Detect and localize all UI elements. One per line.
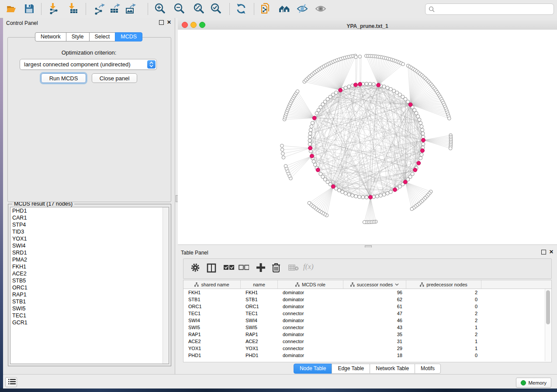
duplicate-network-button[interactable] xyxy=(259,2,272,15)
show-columns-button[interactable] xyxy=(206,263,217,275)
select-all-button[interactable] xyxy=(224,265,234,272)
graph-edge[interactable] xyxy=(405,182,431,192)
graph-node[interactable] xyxy=(347,85,351,88)
graph-satellite-node[interactable] xyxy=(281,152,285,155)
mcds-result-item[interactable]: PMA2 xyxy=(10,256,169,263)
graph-node[interactable] xyxy=(422,142,425,146)
cell-mcds-role[interactable]: connector xyxy=(278,324,343,331)
graph-hub-node[interactable] xyxy=(377,83,381,87)
unselect-all-button[interactable] xyxy=(239,265,249,272)
graph-edge[interactable] xyxy=(356,57,357,85)
mcds-result-item[interactable]: PHD1 xyxy=(10,207,169,214)
table-scrollbar-thumb[interactable] xyxy=(546,290,550,324)
tab-select[interactable]: Select xyxy=(89,32,116,41)
tab-mcds[interactable]: MCDS xyxy=(115,32,142,41)
graph-edge[interactable] xyxy=(423,137,451,140)
tab-style[interactable]: Style xyxy=(66,32,90,41)
graph-node[interactable] xyxy=(386,86,389,89)
graph-node[interactable] xyxy=(308,139,311,142)
cell-name[interactable]: PHD1 xyxy=(241,352,278,359)
graph-node[interactable] xyxy=(415,111,418,115)
graph-node[interactable] xyxy=(386,192,389,195)
cell-predecessor-nodes[interactable]: 1 xyxy=(406,324,481,331)
cell-shared-name[interactable]: RAP1 xyxy=(183,331,241,338)
open-file-button[interactable] xyxy=(5,2,18,15)
table-row[interactable]: TEC1TEC1connector472 xyxy=(183,310,551,317)
zoom-out-button[interactable] xyxy=(173,2,186,15)
graph-node[interactable] xyxy=(344,192,347,195)
cell-mcds-role[interactable]: connector xyxy=(278,338,343,345)
mcds-result-item[interactable]: ACE2 xyxy=(10,270,169,277)
mcds-result-item[interactable]: STB5 xyxy=(10,277,169,284)
graph-node[interactable] xyxy=(344,86,347,89)
graph-node[interactable] xyxy=(368,82,372,86)
graph-hub-node[interactable] xyxy=(421,138,425,142)
graph-node[interactable] xyxy=(308,135,311,139)
mcds-result-item[interactable]: TEC1 xyxy=(10,312,169,319)
delete-column-button[interactable] xyxy=(272,263,280,274)
table-row[interactable]: SWI5SWI5connector431 xyxy=(183,324,551,331)
cell-successor-nodes[interactable]: 61 xyxy=(343,303,406,310)
column-header-shared-name[interactable]: shared name xyxy=(183,280,241,289)
graph-node[interactable] xyxy=(351,194,354,197)
search-input[interactable] xyxy=(436,5,554,14)
cell-name[interactable]: RAP1 xyxy=(241,331,278,338)
graph-hub-node[interactable] xyxy=(339,88,343,92)
graph-edge[interactable] xyxy=(282,146,310,148)
cell-mcds-role[interactable]: dominator xyxy=(278,296,343,303)
mcds-result-item[interactable]: SRD1 xyxy=(10,249,169,256)
cell-mcds-role[interactable]: dominator xyxy=(278,289,343,296)
mcds-result-item[interactable]: GCR1 xyxy=(10,319,169,326)
export-network-button[interactable] xyxy=(93,2,106,15)
graph-satellite-node[interactable] xyxy=(308,201,311,205)
cell-successor-nodes[interactable]: 62 xyxy=(343,296,406,303)
table-row[interactable]: FKH1FKH1dominator962 xyxy=(183,289,551,296)
tab-edge-table[interactable]: Edge Table xyxy=(332,364,370,374)
graph-hub-node[interactable] xyxy=(310,154,314,158)
graph-edge[interactable] xyxy=(314,186,333,207)
graph-hub-node[interactable] xyxy=(403,180,407,184)
cell-name[interactable]: ORC1 xyxy=(241,303,278,310)
graph-satellite-node[interactable] xyxy=(282,156,285,159)
cell-successor-nodes[interactable]: 31 xyxy=(343,338,406,345)
graph-satellite-node[interactable] xyxy=(363,220,366,224)
cell-successor-nodes[interactable]: 43 xyxy=(343,324,406,331)
cell-predecessor-nodes[interactable]: 2 xyxy=(406,331,481,338)
graph-edge[interactable] xyxy=(370,197,376,222)
column-header-name[interactable]: name xyxy=(241,280,278,289)
mcds-result-item[interactable]: ORC1 xyxy=(10,284,169,291)
graph-node[interactable] xyxy=(421,128,424,132)
graph-satellite-node[interactable] xyxy=(448,117,451,120)
graph-edge[interactable] xyxy=(298,91,315,118)
cell-name[interactable]: TEC1 xyxy=(241,310,278,317)
graph-edge[interactable] xyxy=(340,57,347,90)
column-header-successor-nodes[interactable]: successor nodes xyxy=(343,280,406,289)
graph-node[interactable] xyxy=(309,128,312,132)
graph-edge[interactable] xyxy=(374,56,379,85)
graph-node[interactable] xyxy=(361,196,365,199)
mcds-result-item[interactable]: STP4 xyxy=(10,221,169,228)
graph-hub-node[interactable] xyxy=(393,188,397,192)
graph-node[interactable] xyxy=(308,132,312,135)
graph-node[interactable] xyxy=(341,190,344,194)
cell-predecessor-nodes[interactable]: 2 xyxy=(406,317,481,324)
cell-successor-nodes[interactable]: 96 xyxy=(343,289,406,296)
graph-edge[interactable] xyxy=(372,56,378,85)
cell-shared-name[interactable]: STB1 xyxy=(183,296,241,303)
cell-name[interactable]: YOX1 xyxy=(241,345,278,352)
graph-node[interactable] xyxy=(334,91,338,94)
cell-predecessor-nodes[interactable]: 0 xyxy=(406,352,481,359)
graph-node[interactable] xyxy=(365,196,368,199)
graph-edge[interactable] xyxy=(356,57,356,85)
mcds-result-item[interactable]: YOX1 xyxy=(10,235,169,242)
graph-edge[interactable] xyxy=(284,118,315,119)
graph-edge[interactable] xyxy=(361,57,361,84)
graph-hub-node[interactable] xyxy=(358,82,362,86)
add-column-button[interactable] xyxy=(256,263,266,274)
table-row[interactable]: PHD1PHD1dominator180 xyxy=(183,352,551,359)
cell-shared-name[interactable]: TEC1 xyxy=(183,310,241,317)
export-table-button[interactable] xyxy=(108,2,121,15)
cell-shared-name[interactable]: SWI5 xyxy=(183,324,241,331)
tab-node-table[interactable]: Node Table xyxy=(294,364,332,374)
graph-node[interactable] xyxy=(312,160,315,163)
